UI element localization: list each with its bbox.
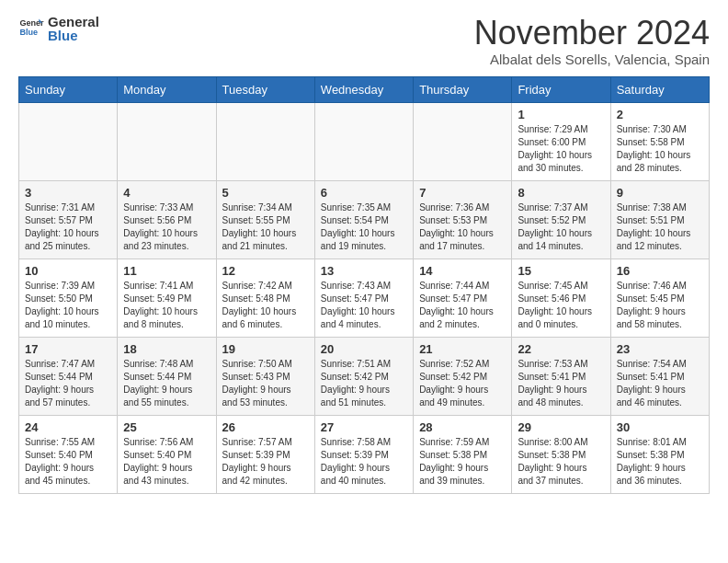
day-number: 20	[321, 342, 407, 356]
day-number: 27	[321, 420, 407, 434]
day-number: 16	[617, 264, 703, 278]
location-title: Albalat dels Sorells, Valencia, Spain	[474, 52, 710, 67]
calendar-cell: 25Sunrise: 7:56 AM Sunset: 5:40 PM Dayli…	[118, 415, 216, 493]
day-info: Sunrise: 7:54 AM Sunset: 5:41 PM Dayligh…	[617, 358, 703, 409]
header: General Blue General Blue November 2024 …	[18, 15, 710, 67]
calendar-cell	[118, 102, 216, 180]
calendar-week-row: 10Sunrise: 7:39 AM Sunset: 5:50 PM Dayli…	[19, 259, 710, 337]
day-number: 26	[222, 420, 309, 434]
calendar-cell: 18Sunrise: 7:48 AM Sunset: 5:44 PM Dayli…	[118, 337, 216, 415]
calendar-cell: 11Sunrise: 7:41 AM Sunset: 5:49 PM Dayli…	[118, 259, 216, 337]
day-info: Sunrise: 7:48 AM Sunset: 5:44 PM Dayligh…	[123, 358, 210, 409]
svg-text:General: General	[19, 18, 44, 28]
calendar-cell: 6Sunrise: 7:35 AM Sunset: 5:54 PM Daylig…	[314, 180, 413, 259]
day-number: 15	[518, 264, 604, 278]
calendar-cell: 15Sunrise: 7:45 AM Sunset: 5:46 PM Dayli…	[512, 259, 610, 337]
calendar-week-row: 3Sunrise: 7:31 AM Sunset: 5:57 PM Daylig…	[19, 180, 710, 259]
day-number: 23	[617, 342, 703, 356]
day-info: Sunrise: 7:55 AM Sunset: 5:40 PM Dayligh…	[25, 436, 111, 488]
day-info: Sunrise: 7:36 AM Sunset: 5:53 PM Dayligh…	[419, 201, 506, 253]
calendar-cell: 24Sunrise: 7:55 AM Sunset: 5:40 PM Dayli…	[19, 415, 118, 493]
calendar-cell: 3Sunrise: 7:31 AM Sunset: 5:57 PM Daylig…	[19, 180, 118, 259]
day-number: 7	[419, 186, 506, 200]
calendar-cell: 20Sunrise: 7:51 AM Sunset: 5:42 PM Dayli…	[314, 337, 413, 415]
day-number: 25	[123, 420, 210, 434]
day-info: Sunrise: 7:50 AM Sunset: 5:43 PM Dayligh…	[222, 358, 309, 409]
calendar-cell: 27Sunrise: 7:58 AM Sunset: 5:39 PM Dayli…	[314, 415, 413, 493]
day-info: Sunrise: 7:58 AM Sunset: 5:39 PM Dayligh…	[321, 436, 407, 488]
page: General Blue General Blue November 2024 …	[0, 0, 728, 509]
calendar-cell	[414, 102, 512, 180]
calendar-table: SundayMondayTuesdayWednesdayThursdayFrid…	[18, 76, 710, 494]
calendar-cell: 7Sunrise: 7:36 AM Sunset: 5:53 PM Daylig…	[414, 180, 512, 259]
day-info: Sunrise: 7:39 AM Sunset: 5:50 PM Dayligh…	[25, 280, 111, 331]
day-number: 18	[123, 342, 210, 356]
calendar-week-row: 17Sunrise: 7:47 AM Sunset: 5:44 PM Dayli…	[19, 337, 710, 415]
calendar-cell: 4Sunrise: 7:33 AM Sunset: 5:56 PM Daylig…	[118, 180, 216, 259]
calendar-cell: 23Sunrise: 7:54 AM Sunset: 5:41 PM Dayli…	[610, 337, 709, 415]
calendar-cell: 2Sunrise: 7:30 AM Sunset: 5:58 PM Daylig…	[610, 102, 709, 180]
calendar-cell: 28Sunrise: 7:59 AM Sunset: 5:38 PM Dayli…	[414, 415, 512, 493]
calendar-cell: 8Sunrise: 7:37 AM Sunset: 5:52 PM Daylig…	[512, 180, 610, 259]
day-number: 29	[518, 420, 604, 434]
calendar-week-row: 24Sunrise: 7:55 AM Sunset: 5:40 PM Dayli…	[19, 415, 710, 493]
day-info: Sunrise: 7:30 AM Sunset: 5:58 PM Dayligh…	[617, 123, 703, 175]
day-info: Sunrise: 7:31 AM Sunset: 5:57 PM Dayligh…	[25, 201, 111, 253]
weekday-header-wednesday: Wednesday	[314, 76, 413, 102]
day-info: Sunrise: 7:38 AM Sunset: 5:51 PM Dayligh…	[617, 201, 703, 253]
day-info: Sunrise: 7:53 AM Sunset: 5:41 PM Dayligh…	[518, 358, 604, 409]
day-number: 1	[518, 108, 604, 121]
day-info: Sunrise: 7:35 AM Sunset: 5:54 PM Dayligh…	[321, 201, 407, 253]
weekday-header-tuesday: Tuesday	[216, 76, 314, 102]
day-info: Sunrise: 7:47 AM Sunset: 5:44 PM Dayligh…	[25, 358, 111, 409]
calendar-week-row: 1Sunrise: 7:29 AM Sunset: 6:00 PM Daylig…	[19, 102, 710, 180]
day-info: Sunrise: 7:34 AM Sunset: 5:55 PM Dayligh…	[222, 201, 309, 253]
logo-blue: Blue	[48, 29, 99, 42]
day-info: Sunrise: 8:01 AM Sunset: 5:38 PM Dayligh…	[617, 436, 703, 488]
day-info: Sunrise: 7:51 AM Sunset: 5:42 PM Dayligh…	[321, 358, 407, 409]
day-number: 8	[518, 186, 604, 200]
calendar-cell: 30Sunrise: 8:01 AM Sunset: 5:38 PM Dayli…	[610, 415, 709, 493]
day-number: 22	[518, 342, 604, 356]
weekday-header-friday: Friday	[512, 76, 610, 102]
day-info: Sunrise: 7:33 AM Sunset: 5:56 PM Dayligh…	[123, 201, 210, 253]
calendar-cell: 9Sunrise: 7:38 AM Sunset: 5:51 PM Daylig…	[610, 180, 709, 259]
day-number: 4	[123, 186, 210, 200]
day-info: Sunrise: 7:29 AM Sunset: 6:00 PM Dayligh…	[518, 123, 604, 175]
day-number: 19	[222, 342, 309, 356]
day-number: 11	[123, 264, 210, 278]
calendar-cell	[19, 102, 118, 180]
day-number: 10	[25, 264, 111, 278]
calendar-cell: 12Sunrise: 7:42 AM Sunset: 5:48 PM Dayli…	[216, 259, 314, 337]
calendar-cell: 21Sunrise: 7:52 AM Sunset: 5:42 PM Dayli…	[414, 337, 512, 415]
day-info: Sunrise: 7:52 AM Sunset: 5:42 PM Dayligh…	[419, 358, 506, 409]
day-number: 28	[419, 420, 506, 434]
calendar-cell: 22Sunrise: 7:53 AM Sunset: 5:41 PM Dayli…	[512, 337, 610, 415]
calendar-cell: 10Sunrise: 7:39 AM Sunset: 5:50 PM Dayli…	[19, 259, 118, 337]
day-info: Sunrise: 7:44 AM Sunset: 5:47 PM Dayligh…	[419, 280, 506, 331]
calendar-cell: 5Sunrise: 7:34 AM Sunset: 5:55 PM Daylig…	[216, 180, 314, 259]
day-number: 14	[419, 264, 506, 278]
weekday-header-thursday: Thursday	[414, 76, 512, 102]
month-title: November 2024	[474, 15, 710, 52]
day-number: 21	[419, 342, 506, 356]
calendar-cell: 26Sunrise: 7:57 AM Sunset: 5:39 PM Dayli…	[216, 415, 314, 493]
logo-icon: General Blue	[18, 16, 44, 41]
calendar-cell: 19Sunrise: 7:50 AM Sunset: 5:43 PM Dayli…	[216, 337, 314, 415]
day-number: 5	[222, 186, 309, 200]
weekday-header-saturday: Saturday	[610, 76, 709, 102]
day-number: 6	[321, 186, 407, 200]
day-number: 24	[25, 420, 111, 434]
calendar-cell	[314, 102, 413, 180]
calendar-cell: 16Sunrise: 7:46 AM Sunset: 5:45 PM Dayli…	[610, 259, 709, 337]
day-info: Sunrise: 7:37 AM Sunset: 5:52 PM Dayligh…	[518, 201, 604, 253]
day-info: Sunrise: 7:59 AM Sunset: 5:38 PM Dayligh…	[419, 436, 506, 488]
day-number: 12	[222, 264, 309, 278]
day-number: 13	[321, 264, 407, 278]
day-number: 2	[617, 108, 703, 121]
calendar-cell: 13Sunrise: 7:43 AM Sunset: 5:47 PM Dayli…	[314, 259, 413, 337]
day-info: Sunrise: 8:00 AM Sunset: 5:38 PM Dayligh…	[518, 436, 604, 488]
day-number: 17	[25, 342, 111, 356]
calendar-cell: 29Sunrise: 8:00 AM Sunset: 5:38 PM Dayli…	[512, 415, 610, 493]
logo-general: General	[48, 15, 99, 29]
